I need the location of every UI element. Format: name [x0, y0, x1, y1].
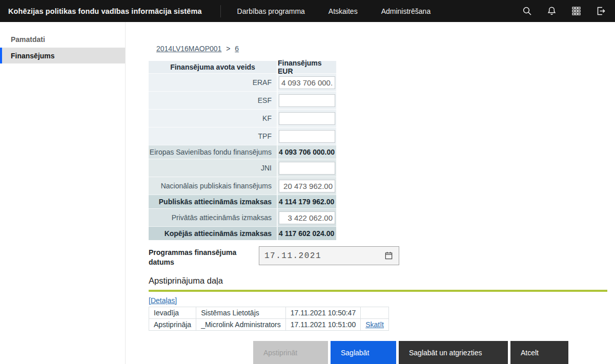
row-total-value: 4 114 179 962.00 — [279, 198, 335, 206]
jni-amount-input[interactable] — [279, 162, 335, 175]
breadcrumb-program-link[interactable]: 2014LV16MAOP001 — [156, 45, 221, 53]
details-link[interactable]: [Detaļas] — [149, 296, 177, 305]
row-label: JNI — [149, 164, 277, 172]
apps-grid-icon[interactable] — [571, 6, 581, 16]
row-label: ERAF — [149, 78, 277, 87]
esf-amount-input[interactable] — [279, 94, 335, 107]
breadcrumb: 2014LV16MAOP001 > 6 — [149, 45, 607, 53]
approval-user: Sistēmas Lietotājs — [196, 307, 286, 318]
approval-action: Ievadīja — [149, 307, 196, 318]
approval-user: _Microlink Administrators — [196, 318, 286, 330]
finance-table: Finansējuma avota veids Finansējums EUR … — [149, 61, 336, 240]
approval-action-cell — [361, 307, 389, 318]
table-row: Apstiprināja _Microlink Administrators 1… — [149, 318, 389, 330]
navbar-icon-group — [522, 6, 615, 16]
notifications-bell-icon[interactable] — [547, 6, 557, 16]
top-navbar: Kohēzijas politikas fondu vadības inform… — [0, 0, 615, 22]
date-input[interactable]: 17.11.2021 — [259, 246, 399, 265]
table-row-tpf: TPF — [149, 127, 336, 145]
row-label: TPF — [149, 132, 277, 140]
section-divider-rule — [149, 290, 607, 292]
date-field-label: Programmas finansējuma datums — [149, 246, 251, 267]
breadcrumb-current-link[interactable]: 6 — [235, 45, 239, 53]
table-row-esf: ESF — [149, 91, 336, 109]
program-finance-date-field: Programmas finansējuma datums 17.11.2021 — [149, 246, 607, 267]
row-label: ESF — [149, 96, 277, 104]
table-row: Ievadīja Sistēmas Lietotājs 17.11.2021 1… — [149, 307, 389, 318]
table-row-es-fondu-finansejums: Eiropas Savienības fondu finansējums 4 0… — [149, 145, 336, 159]
search-icon[interactable] — [522, 6, 532, 16]
table-row-nacionalais: Nacionālais publiskais finansējums — [149, 177, 336, 195]
privatas-amount-input[interactable] — [279, 211, 335, 224]
table-row-privatas: Privātās attiecināmās izmaksas — [149, 208, 336, 226]
menu-item-atskaites[interactable]: Atskaites — [329, 7, 358, 15]
sidebar-item-label: Finansējums — [11, 52, 55, 60]
approval-action: Apstiprināja — [149, 318, 196, 330]
row-label: Privātās attiecināmās izmaksas — [149, 213, 277, 222]
approval-timestamp: 17.11.2021 10:51:00 — [285, 318, 360, 330]
approval-timestamp: 17.11.2021 10:50:47 — [285, 307, 360, 318]
column-header-amount: Finansējums EUR — [277, 61, 336, 73]
row-label: KF — [149, 114, 277, 122]
table-row-publiskas: Publiskās attiecināmās izmaksas 4 114 17… — [149, 195, 336, 208]
approval-section-heading: Apstiprinājuma daļa — [149, 276, 607, 286]
date-value: 17.11.2021 — [264, 251, 321, 261]
eraf-amount-input[interactable] — [279, 76, 335, 89]
sidebar: Pamatdati Finansējums — [0, 22, 126, 364]
approval-history-table: Ievadīja Sistēmas Lietotājs 17.11.2021 1… — [149, 307, 389, 331]
approval-action-cell: Skatīt — [361, 318, 389, 330]
main-menu: Darbības programma Atskaites Administrēš… — [237, 7, 431, 15]
column-header-source: Finansējuma avota veids — [149, 61, 277, 73]
sidebar-item-label: Pamatdati — [11, 35, 45, 44]
cancel-button[interactable]: Atcelt — [510, 341, 568, 364]
nacionalais-amount-input[interactable] — [279, 180, 335, 192]
tpf-amount-input[interactable] — [279, 130, 335, 143]
row-label: Nacionālais publiskais finansējums — [149, 182, 277, 190]
breadcrumb-separator: > — [226, 45, 230, 53]
sidebar-item-pamatdati[interactable]: Pamatdati — [0, 31, 125, 47]
action-button-row: Apstiprināt Saglabāt Saglabāt un atgriez… — [253, 341, 607, 364]
skatit-link[interactable]: Skatīt — [365, 320, 384, 329]
finance-table-header: Finansējuma avota veids Finansējums EUR — [149, 61, 336, 73]
row-total-value: 4 093 706 000.00 — [279, 148, 335, 156]
row-label: Kopējās attiecināmās izmaksas — [149, 229, 277, 238]
row-label: Eiropas Savienības fondu finansējums — [149, 148, 277, 156]
menu-item-darbibas-programma[interactable]: Darbības programma — [237, 7, 305, 15]
row-total-value: 4 117 602 024.00 — [279, 229, 335, 238]
logout-icon[interactable] — [596, 6, 606, 16]
table-row-eraf: ERAF — [149, 73, 336, 91]
row-label: Publiskās attiecināmās izmaksas — [149, 198, 277, 206]
app-title: Kohēzijas politikas fondu vadības inform… — [0, 7, 202, 15]
kf-amount-input[interactable] — [279, 112, 335, 125]
navbar-divider — [220, 5, 221, 17]
menu-item-administresana[interactable]: Administrēšana — [381, 7, 431, 15]
main-content: 2014LV16MAOP001 > 6 Finansējuma avota ve… — [126, 22, 615, 364]
table-row-kopejas: Kopējās attiecināmās izmaksas 4 117 602 … — [149, 226, 336, 240]
sidebar-item-finansejums[interactable]: Finansējums — [0, 48, 125, 63]
calendar-icon[interactable] — [384, 251, 394, 261]
save-button[interactable]: Saglabāt — [331, 341, 396, 364]
table-row-kf: KF — [149, 109, 336, 127]
save-and-return-button[interactable]: Saglabāt un atgriezties — [399, 341, 508, 364]
approve-button[interactable]: Apstiprināt — [253, 341, 328, 364]
table-row-jni: JNI — [149, 159, 336, 177]
